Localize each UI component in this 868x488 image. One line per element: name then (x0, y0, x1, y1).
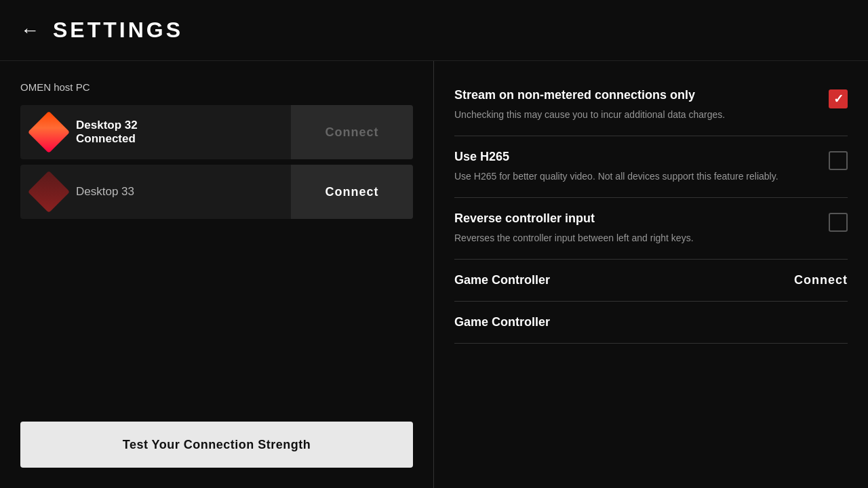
back-button[interactable]: ← (20, 20, 39, 41)
game-controller-label-2: Game Controller (454, 315, 550, 329)
device-info-desktop33: Desktop 33 (20, 165, 291, 219)
device-icon-desktop32 (34, 117, 64, 147)
back-icon: ← (20, 20, 39, 41)
test-connection-button[interactable]: Test Your Connection Strength (20, 422, 413, 468)
device-list: Desktop 32 Connected Connect Desktop 33 … (20, 105, 413, 219)
setting-text-non-metered: Stream on non-metered connections only U… (454, 88, 815, 122)
page-title: SETTINGS (53, 18, 183, 43)
setting-text-h265: Use H265 Use H265 for better quality vid… (454, 150, 815, 184)
setting-reverse-controller: Reverse controller input Reverses the co… (454, 198, 848, 260)
device-text-desktop33: Desktop 33 (76, 185, 134, 199)
game-controller-label-1: Game Controller (454, 273, 550, 287)
checkbox-non-metered[interactable] (829, 89, 848, 108)
setting-h265: Use H265 Use H265 for better quality vid… (454, 136, 848, 198)
game-controller-item-2: Game Controller (454, 302, 848, 344)
device-info-desktop32: Desktop 32 Connected (20, 105, 291, 159)
setting-desc-h265: Use H265 for better quality video. Not a… (454, 169, 815, 184)
setting-control-reverse (829, 211, 848, 232)
omen-diamond-active-icon (28, 111, 70, 153)
checkbox-reverse[interactable] (829, 213, 848, 232)
device-text-desktop32: Desktop 32 Connected (76, 119, 138, 146)
device-item-desktop32: Desktop 32 Connected Connect (20, 105, 413, 159)
right-panel: Stream on non-metered connections only U… (434, 61, 868, 488)
connect-button-desktop33[interactable]: Connect (291, 165, 413, 219)
main-content: OMEN host PC Desktop 32 Connected Connec… (0, 61, 868, 488)
checkbox-h265[interactable] (829, 151, 848, 170)
device-icon-desktop33 (34, 177, 64, 207)
omen-diamond-inactive-icon (28, 171, 70, 213)
setting-title-h265: Use H265 (454, 150, 815, 164)
setting-control-h265 (829, 150, 848, 170)
setting-desc-reverse: Reverses the controller input between le… (454, 231, 815, 245)
setting-control-non-metered (829, 88, 848, 108)
settings-header: ← SETTINGS (0, 0, 868, 61)
game-controller-connect-1[interactable]: Connect (794, 273, 848, 287)
setting-desc-non-metered: Unchecking this may cause you to incur a… (454, 108, 815, 122)
setting-text-reverse: Reverse controller input Reverses the co… (454, 211, 815, 245)
setting-title-reverse: Reverse controller input (454, 211, 815, 226)
left-panel: OMEN host PC Desktop 32 Connected Connec… (0, 61, 434, 488)
host-label: OMEN host PC (20, 81, 413, 93)
setting-title-non-metered: Stream on non-metered connections only (454, 88, 815, 102)
device-name-desktop33: Desktop 33 (76, 185, 134, 199)
device-item-desktop33: Desktop 33 Connect (20, 165, 413, 219)
device-name-desktop32: Desktop 32 (76, 119, 138, 132)
game-controller-item-1: Game Controller Connect (454, 260, 848, 302)
device-status-desktop32: Connected (76, 132, 138, 146)
connect-button-desktop32[interactable]: Connect (291, 105, 413, 159)
setting-non-metered: Stream on non-metered connections only U… (454, 75, 848, 136)
